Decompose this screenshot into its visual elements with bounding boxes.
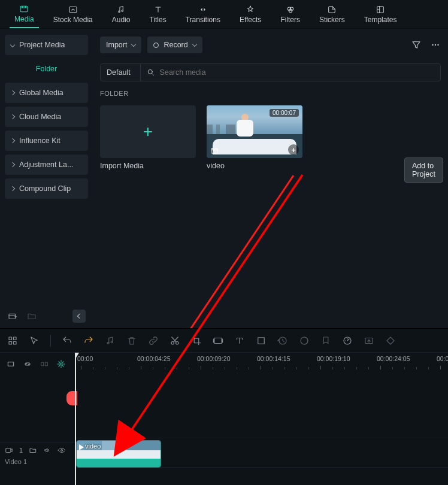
svg-point-20	[111, 341, 113, 342]
color-icon[interactable]	[299, 335, 310, 346]
history-icon[interactable]	[277, 335, 288, 346]
undo-icon[interactable]	[62, 335, 72, 346]
collapse-sidebar-button[interactable]	[72, 310, 86, 323]
text-icon[interactable]	[234, 335, 245, 346]
pointer-icon[interactable]	[29, 335, 40, 346]
sidebar-item-folder[interactable]: Folder	[5, 59, 88, 79]
svg-point-12	[148, 69, 152, 74]
magnet-icon[interactable]	[6, 359, 16, 369]
cut-icon[interactable]	[169, 335, 180, 346]
ripple-icon[interactable]	[40, 359, 49, 369]
timeline-clip[interactable]: video	[76, 440, 161, 468]
mask-icon[interactable]	[256, 335, 267, 346]
transitions-icon	[197, 5, 209, 14]
tab-transitions[interactable]: Transitions	[181, 0, 225, 28]
sidebar-item-label: Project Media	[19, 41, 65, 49]
folder-track-icon[interactable]	[29, 446, 37, 454]
play-icon	[79, 444, 84, 450]
main-panel: Import Record Default FOLDER + Import Me…	[93, 29, 448, 328]
tab-filters[interactable]: Filters	[276, 0, 305, 28]
svg-rect-13	[211, 148, 218, 153]
sidebar-item-global-media[interactable]: Global Media	[5, 83, 88, 103]
sidebar-item-adjustment-layer[interactable]: Adjustment La...	[5, 154, 88, 175]
chevron-right-icon	[10, 186, 15, 191]
link-icon[interactable]	[148, 335, 159, 346]
svg-point-11	[437, 44, 438, 46]
mute-track-icon[interactable]	[43, 446, 52, 454]
tab-stickers[interactable]: Stickers	[314, 0, 350, 28]
svg-point-32	[60, 363, 62, 365]
marker-icon[interactable]	[320, 335, 331, 346]
svg-rect-16	[14, 337, 17, 340]
track-count: 1	[19, 447, 23, 454]
svg-rect-0	[20, 6, 28, 11]
chevron-down-icon	[131, 41, 136, 46]
svg-point-10	[435, 44, 436, 46]
chevron-right-icon	[10, 162, 15, 167]
sidebar-item-label: Influence Kit	[19, 137, 60, 145]
tab-titles[interactable]: Titles	[144, 0, 171, 28]
ruler-time: 00:00:24:05	[377, 355, 410, 362]
svg-point-3	[122, 10, 123, 11]
media-card-caption: Import Media	[100, 162, 196, 170]
sidebar-item-influence-kit[interactable]: Influence Kit	[5, 131, 88, 151]
timeline-ruler[interactable]: 00:0000:00:04:2500:00:09:2000:00:14:1500…	[75, 353, 448, 375]
media-type-icon	[210, 147, 219, 155]
effects-icon	[244, 5, 256, 14]
video-thumb[interactable]: 00:00:07 +	[207, 105, 302, 158]
track-header: 1 Video 1	[0, 442, 75, 485]
tab-templates[interactable]: Templates	[359, 0, 402, 28]
svg-rect-1	[69, 7, 77, 12]
speed-icon[interactable]	[342, 335, 353, 346]
filter-icon[interactable]	[411, 40, 422, 50]
sort-label: Default	[107, 68, 131, 77]
auto-ripple-icon[interactable]	[56, 359, 66, 369]
sort-default-button[interactable]: Default	[101, 64, 141, 81]
link-toggle-icon[interactable]	[23, 359, 32, 369]
track-name: Video 1	[0, 458, 75, 465]
sidebar-item-compound-clip[interactable]: Compound Clip	[5, 178, 88, 199]
tab-audio[interactable]: Audio	[107, 0, 135, 28]
grid-view-icon[interactable]	[7, 335, 18, 346]
search-input[interactable]	[160, 68, 434, 77]
record-button[interactable]: Record	[147, 37, 202, 53]
timeline: 1 Video 1 00:0000:00:04:2500:00:09:2000:…	[0, 328, 448, 485]
button-label: Record	[164, 41, 187, 49]
visibility-icon[interactable]	[57, 446, 66, 454]
ruler-time: 00:00:19:10	[317, 355, 350, 362]
video-track-row[interactable]: video	[75, 438, 448, 468]
frame-icon[interactable]	[213, 335, 223, 346]
svg-rect-30	[41, 362, 44, 365]
export-frame-icon[interactable]	[364, 335, 374, 346]
tab-label: Transitions	[186, 16, 220, 24]
ruler-time: 00:00	[77, 355, 93, 362]
new-folder-icon[interactable]	[26, 311, 37, 322]
keyframe-icon[interactable]	[385, 335, 396, 346]
new-bin-icon[interactable]	[7, 311, 18, 322]
tab-label: Stickers	[319, 16, 345, 24]
sidebar-item-label: Folder	[36, 65, 57, 73]
import-thumb[interactable]: +	[100, 105, 196, 158]
more-icon[interactable]	[430, 40, 441, 50]
tab-stock-media[interactable]: Stock Media	[49, 0, 98, 28]
crop-icon[interactable]	[191, 335, 202, 346]
cloud-icon	[67, 5, 79, 14]
import-button[interactable]: Import	[100, 37, 141, 53]
tab-label: Filters	[280, 16, 300, 24]
timeline-tracks-area[interactable]: 00:0000:00:04:2500:00:09:2000:00:14:1500…	[75, 353, 448, 485]
playhead[interactable]	[75, 353, 76, 485]
svg-line-14	[123, 175, 293, 328]
delete-icon[interactable]	[126, 335, 137, 346]
ruler-time: 00:00:29:0	[437, 355, 448, 362]
video-media-card[interactable]: 00:00:07 + video Add to Project	[207, 105, 302, 170]
tab-effects[interactable]: Effects	[235, 0, 266, 28]
audio-icon	[115, 5, 127, 14]
sidebar-item-cloud-media[interactable]: Cloud Media	[5, 107, 88, 127]
media-card-caption: video	[207, 162, 302, 170]
import-media-card[interactable]: + Import Media	[100, 105, 196, 170]
tab-media[interactable]: Media	[10, 0, 39, 28]
sidebar-item-project-media[interactable]: Project Media	[5, 35, 88, 55]
add-to-project-button[interactable]: +	[288, 144, 299, 155]
redo-icon[interactable]	[83, 335, 94, 346]
music-icon[interactable]	[105, 335, 116, 346]
